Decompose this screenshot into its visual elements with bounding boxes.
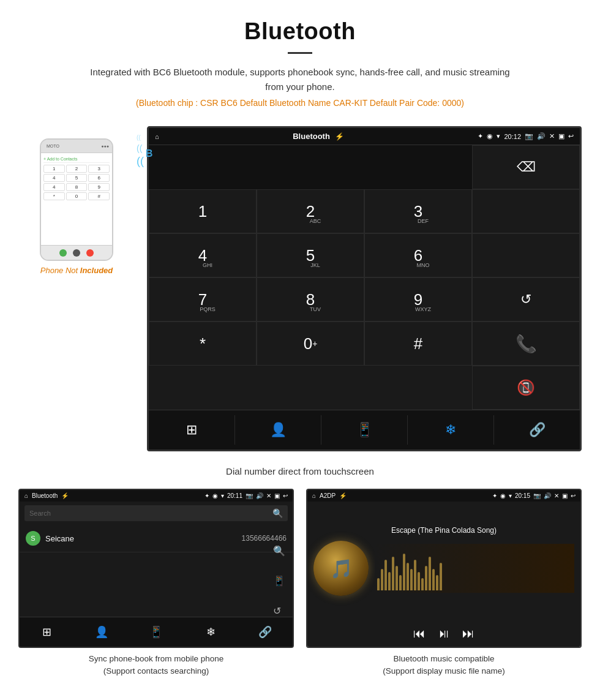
nav-phone-button[interactable]: 📱 — [321, 415, 408, 445]
dialpad-grid: ⌫ 1 2 ABC 3 DEF 4 GHI 5 JKL — [149, 145, 580, 410]
phone-key-5: 5 — [66, 174, 88, 182]
close-icon[interactable]: ✕ — [549, 132, 555, 140]
dial-key-6[interactable]: 6 MNO — [364, 233, 472, 277]
call-green-button[interactable]: 📞 — [472, 322, 580, 366]
fullscreen-icon[interactable]: ▣ — [558, 132, 564, 140]
eq-bar — [418, 572, 420, 590]
pb-nav-link[interactable]: 🔗 — [238, 621, 293, 643]
backspace-button[interactable]: ⌫ — [472, 145, 580, 189]
nav-person-button[interactable]: 👤 — [235, 415, 321, 445]
pb-wifi-icon: ▾ — [221, 492, 224, 499]
music-screen: ⌂ A2DP ⚡ ✦ ◉ ▾ 20:15 📷 🔊 ✕ ▣ ↩ — [306, 489, 582, 648]
pb-side-search-icon[interactable]: 🔍 — [273, 545, 285, 557]
pb-status-left: ⌂ Bluetooth ⚡ — [24, 492, 69, 499]
dial-key-5[interactable]: 5 JKL — [257, 233, 364, 277]
dial-key-2[interactable]: 2 ABC — [257, 189, 364, 233]
status-time: 20:12 — [504, 133, 521, 140]
pb-status-bar: ⌂ Bluetooth ⚡ ✦ ◉ ▾ 20:11 📷 🔊 ✕ ▣ ↩ — [20, 490, 293, 502]
page-title: Bluetooth — [12, 18, 588, 45]
contact-avatar: S — [26, 531, 40, 546]
music-back-icon[interactable]: ↩ — [571, 492, 576, 499]
pb-vol-icon[interactable]: 🔊 — [256, 492, 263, 499]
phone-key-3: 3 — [88, 165, 110, 173]
pb-close-icon[interactable]: ✕ — [266, 492, 271, 499]
dial-key-3[interactable]: 3 DEF — [364, 189, 472, 233]
bt-status-icon: ✦ — [478, 132, 483, 140]
call-red-button[interactable]: 📵 — [472, 366, 580, 410]
music-note-icon: 🎵 — [330, 558, 353, 579]
music-album-area: 🎵 — [313, 541, 574, 596]
eq-bar — [421, 578, 424, 590]
phone-key-7: 4 — [43, 183, 65, 191]
car-status-bar: ⌂ Bluetooth ⚡ ✦ ◉ ▾ 20:12 📷 🔊 ✕ ▣ ↩ — [149, 128, 580, 145]
back-icon[interactable]: ↩ — [568, 132, 574, 140]
pb-status-right: ✦ ◉ ▾ 20:11 📷 🔊 ✕ ▣ ↩ — [204, 492, 288, 499]
pb-nav-phone[interactable]: 📱 — [129, 621, 183, 643]
pb-back-icon[interactable]: ↩ — [283, 492, 288, 499]
pb-bt-icon: ✦ — [204, 492, 209, 499]
music-usb-icon: ⚡ — [339, 492, 347, 499]
camera-icon[interactable]: 📷 — [525, 132, 533, 140]
key-4-sub: GHI — [203, 262, 212, 268]
pb-nav-bt[interactable]: ❄ — [184, 621, 238, 643]
pb-side-icons: 🔍 📱 ↺ — [273, 545, 285, 617]
home-icon[interactable]: ⌂ — [155, 133, 159, 140]
next-button[interactable]: ⏭ — [462, 627, 474, 641]
play-pause-button[interactable]: ⏯ — [438, 627, 450, 641]
dial-key-9[interactable]: 9 WXYZ — [364, 277, 472, 322]
dial-key-7[interactable]: 7 PQRS — [149, 277, 257, 322]
dial-key-hash[interactable]: # — [364, 322, 472, 366]
music-close-icon[interactable]: ✕ — [554, 492, 559, 499]
equalizer-bars — [375, 544, 574, 593]
music-controls: ⏮ ⏯ ⏭ — [307, 620, 580, 647]
music-vol-icon[interactable]: 🔊 — [544, 492, 551, 499]
music-status-bar: ⌂ A2DP ⚡ ✦ ◉ ▾ 20:15 📷 🔊 ✕ ▣ ↩ — [307, 490, 580, 502]
main-content: (( (( (( ʙ MOTO ●●● + Add to Contacts 1 … — [0, 120, 600, 457]
bottom-row: ⌂ Bluetooth ⚡ ✦ ◉ ▾ 20:11 📷 🔊 ✕ ▣ ↩ — [0, 479, 600, 690]
phone-key-star: * — [43, 192, 65, 200]
header-specs: (Bluetooth chip : CSR BC6 Default Blueto… — [12, 98, 588, 108]
key-9-sub: WXYZ — [415, 306, 431, 312]
nav-bluetooth-button[interactable]: ❄ — [408, 415, 494, 445]
phone-home-btn — [73, 249, 80, 257]
key-5-sub: JKL — [310, 262, 320, 268]
pb-side-refresh-icon[interactable]: ↺ — [273, 605, 285, 617]
music-home-icon[interactable]: ⌂ — [312, 492, 316, 499]
eq-bar — [392, 557, 394, 590]
pb-home-icon[interactable]: ⌂ — [24, 492, 28, 499]
phone-key-0: 0 — [66, 192, 88, 200]
pb-bottom-nav: ⊞ 👤 📱 ❄ 🔗 — [20, 617, 293, 647]
volume-icon[interactable]: 🔊 — [537, 132, 546, 140]
status-right: ✦ ◉ ▾ 20:12 📷 🔊 ✕ ▣ ↩ — [478, 132, 574, 140]
dial-empty-2 — [472, 233, 580, 277]
dial-key-4[interactable]: 4 GHI — [149, 233, 257, 277]
header-divider — [288, 52, 312, 54]
pb-side-phone-icon[interactable]: 📱 — [273, 575, 285, 587]
dial-key-0[interactable]: 0+ — [257, 322, 364, 366]
phone-key-6: 6 — [88, 174, 110, 182]
prev-button[interactable]: ⏮ — [413, 627, 426, 641]
phone-bottom-bar — [41, 245, 112, 260]
pb-nav-person[interactable]: 👤 — [74, 621, 129, 643]
refresh-button[interactable]: ↺ — [472, 277, 580, 322]
key-3-sub: DEF — [418, 218, 429, 224]
nav-link-button[interactable]: 🔗 — [494, 415, 580, 445]
dial-key-star[interactable]: * — [149, 322, 257, 366]
music-screen-icon[interactable]: ▣ — [562, 492, 568, 499]
pb-contact-row: S Seicane 13566664466 — [20, 525, 293, 552]
location-icon: ◉ — [487, 132, 493, 140]
pb-cam-icon[interactable]: 📷 — [246, 492, 253, 499]
music-loc-icon: ◉ — [500, 492, 506, 499]
pb-screen-icon[interactable]: ▣ — [274, 492, 280, 499]
pb-search-bar[interactable]: Search 🔍 — [24, 505, 288, 521]
contact-name: Seicane — [45, 534, 242, 543]
dial-key-1[interactable]: 1 — [149, 189, 257, 233]
nav-grid-button[interactable]: ⊞ — [149, 415, 235, 445]
music-cam-icon[interactable]: 📷 — [533, 492, 541, 499]
dial-key-8[interactable]: 8 TUV — [257, 277, 364, 322]
pb-nav-grid[interactable]: ⊞ — [20, 621, 74, 643]
pb-search-icon: 🔍 — [272, 508, 283, 518]
eq-bar — [396, 566, 398, 590]
music-song-title: Escape (The Pina Colada Song) — [391, 526, 497, 535]
music-screen-inner: ⌂ A2DP ⚡ ✦ ◉ ▾ 20:15 📷 🔊 ✕ ▣ ↩ — [307, 490, 580, 647]
